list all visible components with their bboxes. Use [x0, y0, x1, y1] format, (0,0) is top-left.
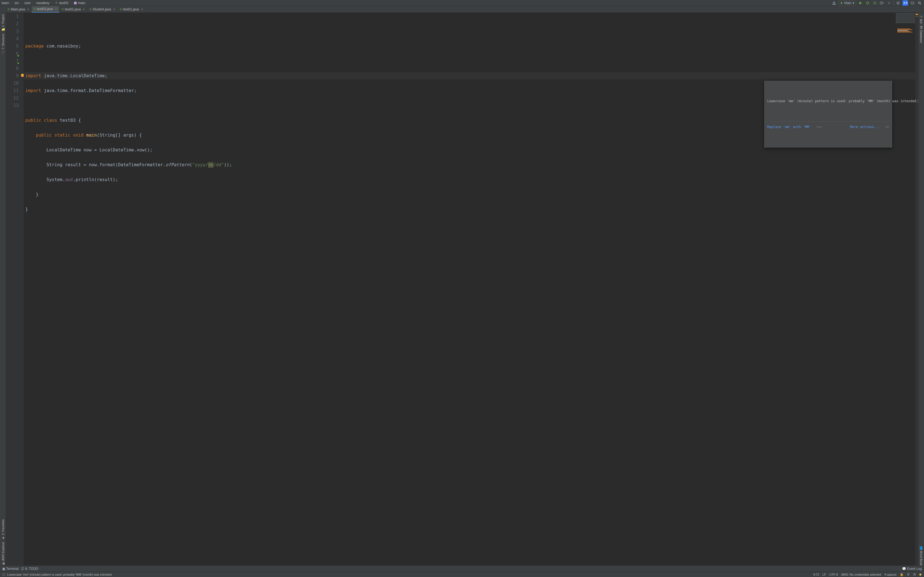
- lock-icon[interactable]: 🔓: [900, 572, 904, 576]
- toolbar-right: Main ▾ ▾ 文A: [831, 0, 922, 6]
- svg-point-0: [866, 2, 869, 4]
- hector-icon[interactable]: ☰: [907, 572, 910, 576]
- tool-todo[interactable]: ☑ 6: TODO: [21, 567, 38, 571]
- close-icon[interactable]: ×: [55, 7, 57, 11]
- main-area: 📁 1: Project ⬚ 7: Structure ★ 2: Favorit…: [0, 13, 924, 566]
- translate-button[interactable]: 文A: [903, 0, 908, 6]
- breadcrumb-item[interactable]: test03: [59, 1, 68, 5]
- tool-database[interactable]: 🗄 Database: [919, 26, 923, 43]
- tab-main[interactable]: Main.java×: [5, 6, 32, 13]
- breadcrumb-item[interactable]: nasaiboy: [36, 1, 49, 5]
- breadcrumb-item[interactable]: src: [15, 1, 19, 5]
- status-message: Lowercase 'mm' (minute) pattern is used:…: [7, 573, 111, 576]
- java-file-icon: [120, 7, 122, 11]
- tab-test01[interactable]: test01.java×: [118, 6, 145, 13]
- hotkey-label: ⌥⇧⏎: [816, 123, 822, 131]
- run-config-label: Main: [844, 1, 851, 5]
- status-bar: ▢ Lowercase 'mm' (minute) pattern is use…: [0, 572, 924, 577]
- run-config-selector[interactable]: Main ▾: [838, 0, 856, 6]
- left-tool-strip: 📁 1: Project ⬚ 7: Structure ★ 2: Favorit…: [0, 13, 5, 566]
- intention-message: Lowercase 'mm' (minute) pattern is used:…: [767, 98, 916, 105]
- editor[interactable]: 1 2 3 4 5 6▶ 7▶ 8 9 10 11 12 13 package …: [5, 13, 919, 566]
- tab-student[interactable]: Student.java×: [87, 6, 118, 13]
- right-tool-strip: 🐜 Ant 🗄 Database 📘 Word Book: [919, 13, 924, 566]
- warning-mark-icon[interactable]: [916, 16, 918, 16]
- close-icon[interactable]: ×: [83, 7, 85, 11]
- breadcrumb-item[interactable]: learn: [2, 1, 9, 5]
- hotkey-label: ⌥⏎: [885, 123, 889, 131]
- tab-label: test03.java: [37, 7, 53, 11]
- close-icon[interactable]: ×: [113, 7, 115, 11]
- ide-icon[interactable]: ◉: [919, 572, 922, 576]
- close-icon[interactable]: ×: [27, 7, 29, 11]
- search-everywhere-button[interactable]: [917, 0, 922, 6]
- tool-terminal[interactable]: ▣ Terminal: [2, 567, 18, 571]
- svg-rect-7: [888, 2, 890, 4]
- tool-ant[interactable]: 🐜 Ant: [919, 14, 923, 24]
- vcs-button[interactable]: [895, 0, 901, 6]
- editor-tabs: Main.java× test03.java× test02.java× Stu…: [0, 6, 924, 13]
- code-area[interactable]: package com.nasaiboy; import java.time.L…: [24, 13, 919, 566]
- breadcrumb[interactable]: learn〉 src〉 com〉 nasaiboy〉 test03〉 main: [2, 0, 85, 5]
- tool-favorites[interactable]: ★ 2: Favorites: [1, 519, 5, 540]
- warning-indicator-icon[interactable]: [916, 14, 918, 15]
- java-file-icon: [61, 7, 63, 11]
- tab-label: test01.java: [123, 7, 139, 11]
- close-icon[interactable]: ×: [141, 7, 143, 11]
- intention-fix-link[interactable]: Replace 'mm' with 'MM': [767, 123, 811, 131]
- bottom-tool-bar: ▣ Terminal ☑ 6: TODO 💬 Event Log: [0, 566, 924, 572]
- status-aws[interactable]: AWS: No credentials selected: [841, 573, 881, 576]
- separator-icon: [893, 1, 894, 5]
- tool-aws-explorer[interactable]: ◐ AWS Explorer: [1, 542, 5, 566]
- presentation-button[interactable]: [910, 0, 915, 6]
- java-class-icon: [55, 2, 58, 5]
- tab-label: test02.java: [65, 7, 81, 11]
- build-button[interactable]: [831, 0, 837, 6]
- svg-rect-8: [911, 2, 914, 4]
- breadcrumb-item[interactable]: com: [24, 1, 31, 5]
- status-window-icon[interactable]: ▢: [2, 572, 5, 576]
- debug-button[interactable]: [865, 0, 871, 6]
- tool-event-log[interactable]: 💬 Event Log: [902, 567, 922, 571]
- intention-popup: Lowercase 'mm' (minute) pattern is used:…: [764, 81, 892, 148]
- tool-project[interactable]: 📁 1: Project: [1, 14, 5, 32]
- status-indent[interactable]: 4 spaces: [884, 573, 897, 576]
- coverage-button[interactable]: [872, 0, 877, 6]
- tab-label: Student.java: [93, 7, 111, 11]
- more-options-icon[interactable]: ⋮: [916, 98, 919, 105]
- status-caret-position[interactable]: 9:72: [813, 573, 819, 576]
- svg-line-12: [920, 3, 921, 5]
- tool-structure[interactable]: ⬚ 7: Structure: [1, 34, 5, 54]
- stop-button[interactable]: [886, 0, 892, 6]
- java-file-icon: [8, 7, 10, 11]
- intention-more-link[interactable]: More actions...: [850, 123, 880, 131]
- tab-test03[interactable]: test03.java×: [32, 6, 60, 13]
- chevron-down-icon: ▾: [853, 1, 854, 5]
- run-button[interactable]: [858, 0, 863, 6]
- tool-wordbook[interactable]: 📘 Word Book: [919, 546, 923, 566]
- profiler-button[interactable]: ▾: [879, 0, 885, 6]
- gutter[interactable]: 1 2 3 4 5 6▶ 7▶ 8 9 10 11 12 13: [5, 13, 24, 566]
- memory-icon[interactable]: ◔: [913, 572, 916, 576]
- java-file-icon: [90, 7, 92, 11]
- status-encoding[interactable]: UTF-8: [829, 573, 838, 576]
- java-file-icon: [34, 7, 36, 11]
- top-bar: learn〉 src〉 com〉 nasaiboy〉 test03〉 main …: [0, 0, 924, 6]
- breadcrumb-item[interactable]: main: [78, 1, 85, 5]
- method-icon: [74, 2, 77, 5]
- code-minimap[interactable]: [896, 13, 918, 23]
- tab-test02[interactable]: test02.java×: [60, 6, 87, 13]
- svg-point-11: [919, 2, 921, 3]
- run-config-icon: [840, 2, 843, 5]
- tab-label: Main.java: [11, 7, 25, 11]
- status-line-separator[interactable]: LF: [822, 573, 826, 576]
